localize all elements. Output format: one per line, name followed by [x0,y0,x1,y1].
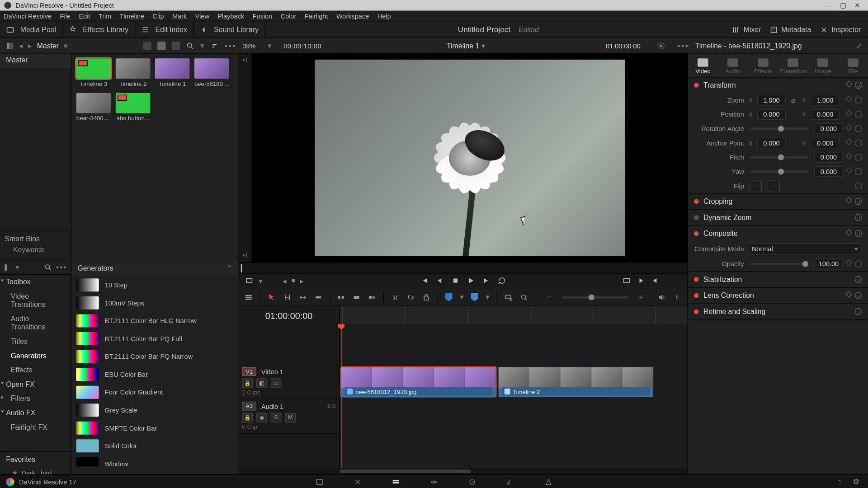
fx-node-audiofx[interactable]: Audio FX [0,406,71,420]
position-x-input[interactable]: 0.000 [757,109,786,120]
generator-item[interactable]: Window [71,455,238,466]
composite-mode-dropdown[interactable]: Normal▾ [748,243,862,255]
track-auto-select-icon[interactable]: ◧ [256,378,267,388]
yaw-slider[interactable] [750,170,808,173]
inspector-toggle[interactable]: Inspector [820,25,861,33]
view-strip-icon[interactable] [172,42,180,50]
section-lens-correction[interactable]: Lens Correction [703,291,754,300]
media-clip[interactable]: Timeline 3 [76,58,111,87]
page-media[interactable] [313,476,326,487]
lock-icon[interactable] [422,292,430,303]
video-track-tag[interactable]: V1 [242,367,256,376]
fx-node-fairlightfx[interactable]: Fairlight FX [0,420,71,435]
marker-dropdown-icon[interactable]: ▾ [486,292,490,301]
search-timeline-icon[interactable] [504,292,512,303]
section-transform[interactable]: Transform [703,81,736,89]
inspector-tab-image[interactable]: Image [808,58,838,77]
fx-node-openfx[interactable]: Open FX [0,377,71,392]
link-zoom-icon[interactable]: ⌀ [789,96,797,105]
menu-workspace[interactable]: Workspace [336,12,369,19]
track-lock-icon[interactable]: 🔒 [242,378,253,388]
menu-fusion[interactable]: Fusion [253,12,273,19]
dynamic-trim-icon[interactable] [298,292,307,303]
generator-item[interactable]: EBU Color Bar [71,365,238,383]
viewer-match-frame-icon[interactable]: ▸| [241,251,249,259]
view-list-icon[interactable] [143,42,151,50]
viewer-next-edit-icon[interactable]: ▸| [241,56,249,64]
page-fusion[interactable] [428,476,441,487]
audio-monitor-icon[interactable] [657,292,665,303]
reset-icon[interactable] [855,82,862,89]
flip-h-button[interactable] [749,181,762,192]
menu-mark[interactable]: Mark [172,12,187,19]
bypass-dropdown-icon[interactable]: ▾ [259,276,263,285]
viewer-zoom[interactable]: 39% [242,42,255,49]
section-composite[interactable]: Composite [703,230,738,238]
monitor-bars-icon[interactable] [673,292,681,303]
bypass-fx-icon[interactable] [245,276,254,286]
window-close-button[interactable]: ✕ [850,1,864,9]
window-maximize-button[interactable]: ▢ [836,1,850,9]
timeline-clip-2[interactable]: Timeline 2 [498,367,653,397]
blade-tool-icon[interactable] [314,292,322,303]
zoom-x-input[interactable]: 1.000 [757,95,786,106]
page-cut[interactable] [351,476,364,487]
rotation-input[interactable]: 0.000 [814,123,843,134]
fx-search-icon[interactable] [44,263,52,271]
sound-library-toggle[interactable]: Sound Library [193,21,265,38]
marker-icon[interactable] [471,292,478,303]
menu-davinci[interactable]: DaVinci Resolve [4,12,52,19]
generator-item[interactable]: Four Color Gradient [71,383,238,401]
zoom-to-fit-icon[interactable] [520,292,528,303]
pool-layout-icon[interactable] [6,42,14,50]
media-clip[interactable]: Timeline 2 [116,58,150,87]
section-cropping[interactable]: Cropping [703,197,732,205]
flag-dropdown-icon[interactable]: ▾ [460,292,464,301]
generator-item[interactable]: 10 Step [71,276,238,294]
play-button[interactable] [466,276,476,286]
menu-view[interactable]: View [195,12,209,19]
inspector-expand-icon[interactable]: ⤢ [856,42,862,50]
generator-item[interactable]: BT.2111 Color Bar PQ Full [71,329,238,347]
page-deliver[interactable] [542,476,555,487]
jump-start-button[interactable] [420,276,429,286]
fx-more-icon[interactable]: ••• [56,263,67,271]
audio-track-header[interactable]: A1Audio 12.0 🔒 ◉ S M 0 Clip [238,399,339,434]
zoom-y-input[interactable]: 1.000 [811,95,839,106]
media-clip[interactable]: Timeline 1 [155,58,189,87]
menu-help[interactable]: Help [377,12,391,19]
fx-node-titles[interactable]: Titles [0,334,71,349]
mixer-toggle[interactable]: Mixer [731,25,761,33]
zoom-in-icon[interactable]: + [639,292,643,301]
generator-item[interactable]: SMPTE Color Bar [71,419,238,437]
loop-button[interactable] [497,276,506,286]
anchor-y-input[interactable]: 0.000 [811,138,839,149]
section-stabilization[interactable]: Stabilization [703,275,742,283]
razor-icon[interactable] [391,292,399,303]
media-clip[interactable]: abo button... [116,93,150,122]
keyframe-diamond-icon[interactable] [845,80,852,87]
fx-node-audio-transitions[interactable]: Audio Transitions [0,312,71,334]
track-disable-icon[interactable]: ▭ [271,378,282,388]
timeline-view-options-icon[interactable] [245,292,253,303]
media-pool-toggle[interactable]: Media Pool [0,21,63,38]
audio-mute-icon[interactable]: M [285,413,296,422]
video-track-header[interactable]: V1Video 1 🔒 ◧ ▭ 2 Clips [238,365,339,399]
menu-file[interactable]: File [60,12,71,19]
replace-clip-icon[interactable] [368,292,376,303]
viewer-viewport[interactable] [251,54,687,263]
zoom-out-icon[interactable]: − [547,292,552,301]
inspector-tab-transition[interactable]: Transition [778,58,808,77]
opacity-input[interactable]: 100.00 [814,258,843,269]
prev-marker-icon[interactable]: ◂ [283,276,287,285]
match-frame-button[interactable] [622,276,631,286]
metadata-toggle[interactable]: Metadata [769,25,811,33]
flip-v-button[interactable] [767,181,780,192]
home-icon[interactable]: ⌂ [837,477,842,486]
inspector-tab-audio[interactable]: Audio [718,58,748,77]
fx-node-generators[interactable]: Generators [0,348,71,363]
position-y-input[interactable]: 0.000 [811,109,839,120]
page-edit[interactable] [389,476,402,487]
flag-icon[interactable] [445,292,453,303]
inspector-tab-effects[interactable]: Effects [748,58,778,77]
